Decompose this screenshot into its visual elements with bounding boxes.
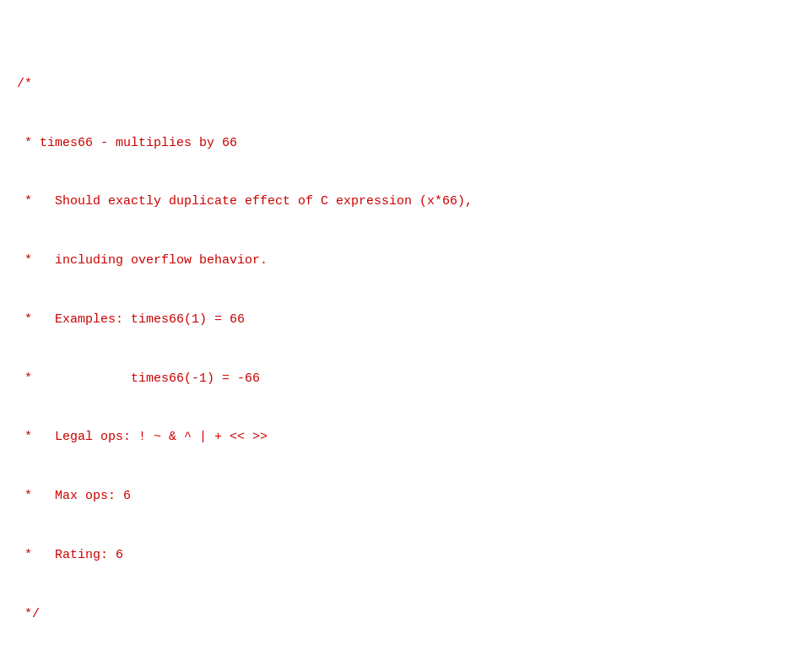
comment-line: * Rating: 6 (17, 545, 783, 565)
comment-line: * times66 - multiplies by 66 (17, 133, 783, 153)
comment-line: * Legal ops: ! ~ & ^ | + << >> (17, 427, 783, 447)
comment-line: * including overflow behavior. (17, 251, 783, 270)
comment-line: * Should exactly duplicate effect of C e… (17, 192, 783, 211)
comment-line: * Examples: times66(1) = 66 (17, 310, 783, 329)
comment-line: * times66(-1) = -66 (17, 369, 783, 388)
comment-line: * Max ops: 6 (17, 486, 783, 506)
code-editor: /* * times66 - multiplies by 66 * Should… (17, 15, 783, 672)
comment-line: */ (17, 604, 783, 624)
comment-line: /* (17, 74, 783, 94)
